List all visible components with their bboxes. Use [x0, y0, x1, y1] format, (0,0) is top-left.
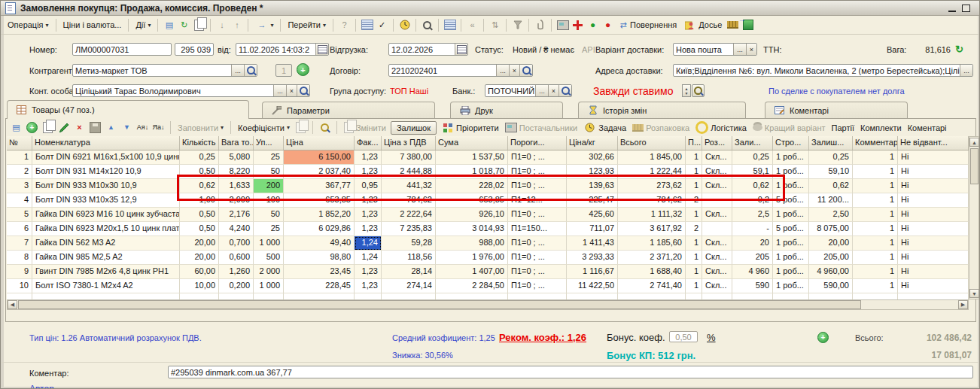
table-cell[interactable]: 3 [7, 179, 32, 193]
ellipsis-button[interactable]: ... [535, 85, 548, 96]
attachment-icon[interactable] [534, 19, 546, 32]
ellipsis-button[interactable]: ... [733, 44, 746, 55]
table-cell[interactable]: 0,62 [809, 179, 853, 193]
column-header[interactable]: Пороги... [508, 136, 567, 150]
table-cell[interactable]: 1 [853, 193, 898, 208]
table-cell[interactable]: 1 [853, 165, 898, 179]
table-cell[interactable]: 1 000 [254, 279, 284, 293]
table-cell[interactable]: П1=0 ; ... [508, 251, 567, 265]
cube-icon[interactable] [741, 19, 754, 32]
vertical-scrollbar[interactable]: ▲ ▼ [969, 136, 979, 299]
table-cell[interactable]: 274,14 [382, 279, 436, 293]
add-row-icon[interactable]: ▤ [10, 121, 23, 134]
table-cell[interactable] [732, 293, 773, 299]
tab-comments[interactable]: Коментарі [765, 102, 908, 118]
horizontal-scrollbar[interactable]: ◀ ▶ [7, 299, 969, 310]
table-cell[interactable] [7, 293, 32, 299]
table-cell[interactable]: 1 537,50 [436, 150, 508, 165]
add-contractor-button[interactable]: + [297, 63, 309, 76]
table-cell[interactable]: 20,00 [809, 236, 853, 251]
table-cell[interactable]: Ні [898, 222, 969, 236]
column-header[interactable]: Кількість [180, 136, 219, 150]
structure-icon[interactable] [361, 19, 373, 32]
table-cell[interactable]: Скл... [702, 251, 732, 265]
table-cell[interactable]: 1 роб... [773, 279, 809, 293]
refresh-document-icon[interactable]: ↻ [178, 19, 190, 32]
table-cell[interactable]: Ні [898, 179, 969, 193]
contractor-input[interactable]: Метиз-маркет ТОВ... [72, 64, 257, 77]
table-cell[interactable]: 1 976,00 [436, 251, 508, 265]
kits-button[interactable]: Комплекти [859, 123, 903, 133]
table-cell[interactable]: 2 [686, 222, 702, 236]
search-icon[interactable] [244, 65, 257, 76]
table-cell[interactable]: Болт DIN 6921 M16x1,5x100 10,9 цинк плат… [32, 150, 180, 165]
table-cell[interactable]: 1,260 [219, 265, 254, 279]
table-cell[interactable]: 8 [7, 251, 32, 265]
table-cell[interactable]: 1 [686, 150, 702, 165]
save-grid-icon[interactable] [89, 121, 102, 134]
table-cell[interactable]: Скл... [702, 279, 732, 293]
percent-link[interactable]: % [707, 332, 716, 343]
table-cell[interactable]: 1 [7, 150, 32, 165]
table-cell[interactable]: 2 [7, 165, 32, 179]
table-cell[interactable]: 10,00 [180, 279, 219, 293]
table-cell[interactable]: 5 роб... [773, 222, 809, 236]
priorities-button[interactable]: Пріоритети [440, 120, 501, 135]
spinner-control[interactable]: ▲▼ [682, 84, 691, 97]
post-document-icon[interactable]: ↓ [215, 19, 228, 32]
table-cell[interactable]: П1=0 ; ... [508, 279, 567, 293]
table-cell[interactable]: П1=0 ; ... [508, 208, 567, 222]
best-variant-button[interactable]: Кращий варіант [751, 123, 827, 133]
table-cell[interactable] [773, 293, 809, 299]
table-cell[interactable]: П1=150... [508, 222, 567, 236]
table-cell[interactable] [219, 293, 254, 299]
table-cell[interactable]: Ні [898, 279, 969, 293]
table-cell[interactable]: 500 [254, 251, 284, 265]
move-down-icon[interactable]: ▼ [120, 121, 133, 134]
column-header[interactable]: Сума [436, 136, 508, 150]
tab-parameters[interactable]: Параметри [262, 102, 435, 118]
table-cell[interactable]: 205 [732, 251, 773, 265]
table-cell[interactable]: 9 [7, 265, 32, 279]
preview-icon[interactable] [421, 19, 434, 32]
table-cell[interactable]: 7 [7, 236, 32, 251]
table-cell[interactable]: 1,23 [355, 208, 382, 222]
table-cell[interactable]: 20 [732, 236, 773, 251]
column-header[interactable]: Всього [618, 136, 686, 150]
scroll-right-icon[interactable]: ▶ [958, 300, 968, 309]
table-cell[interactable]: 1 роб... [773, 150, 809, 165]
clear-icon[interactable]: × [286, 85, 297, 96]
copy-document-icon[interactable] [193, 19, 205, 32]
contact-person-input[interactable]: Ціліцький Тарас Володимирович...× [72, 84, 310, 97]
collapse-icon[interactable]: « [466, 19, 479, 32]
table-cell[interactable] [853, 293, 898, 299]
table-cell[interactable]: Гайка DIN 6923 M20x1,5 10 цинк платковий [32, 222, 180, 236]
change-button[interactable]: Змінити [342, 121, 388, 134]
table-cell[interactable]: 1,24 [355, 236, 382, 251]
table-cell[interactable]: 6 029,86 [284, 222, 355, 236]
table-cell[interactable]: 205,00 [809, 251, 853, 265]
table-cell[interactable]: 1 185,60 [618, 236, 686, 251]
table-cell[interactable]: 8 075,00 [809, 222, 853, 236]
ellipsis-button[interactable]: ... [496, 65, 509, 76]
move-up-icon[interactable]: ▲ [105, 121, 117, 134]
ellipsis-button[interactable]: ... [231, 65, 244, 76]
table-cell[interactable]: 0,50 [180, 222, 219, 236]
table-cell[interactable]: 1 407,00 [436, 265, 508, 279]
return-button[interactable]: ⇄Повернення [616, 17, 679, 33]
table-cell[interactable]: 1 116,67 [567, 265, 618, 279]
table-cell[interactable]: Скл... [702, 150, 732, 165]
column-header[interactable]: Роз... [702, 136, 732, 150]
table-cell[interactable]: 711,07 [567, 222, 618, 236]
table-cell[interactable]: 1 [686, 236, 702, 251]
table-cell[interactable]: 0,700 [219, 236, 254, 251]
table-cell[interactable]: 25 [254, 150, 284, 165]
apply-coef-icon[interactable] [294, 121, 307, 134]
table-cell[interactable]: Ні [898, 208, 969, 222]
table-cell[interactable]: 2 000 [254, 265, 284, 279]
actions-menu[interactable]: Дії▾ [133, 19, 153, 31]
table-cell[interactable]: 1 [853, 279, 898, 293]
table-cell[interactable]: 20,00 [180, 236, 219, 251]
table-cell[interactable]: 1,23 [355, 279, 382, 293]
table-cell[interactable]: 1 852,20 [284, 208, 355, 222]
